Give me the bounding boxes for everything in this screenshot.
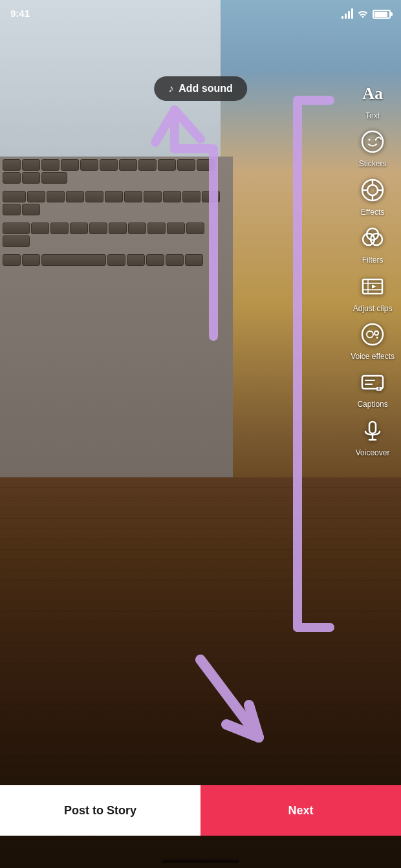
add-sound-button[interactable]: ♪ Add sound bbox=[154, 76, 247, 101]
text-tool[interactable]: Aa Text bbox=[356, 78, 389, 120]
svg-point-1 bbox=[369, 139, 371, 141]
stickers-tool[interactable]: Stickers bbox=[356, 125, 389, 168]
svg-point-20 bbox=[376, 336, 378, 338]
adjust-clips-icon bbox=[356, 270, 389, 303]
voice-effects-icon bbox=[356, 318, 389, 351]
wifi-icon bbox=[357, 9, 369, 20]
voiceover-tool-label: Voiceover bbox=[356, 448, 390, 457]
status-bar: 9:41 bbox=[0, 0, 401, 28]
effects-icon bbox=[356, 174, 389, 206]
add-sound-label: Add sound bbox=[179, 83, 233, 94]
home-indicator bbox=[162, 860, 239, 863]
svg-rect-24 bbox=[376, 387, 382, 391]
voice-effects-tool-label: Voice effects bbox=[351, 352, 395, 361]
text-tool-label: Text bbox=[365, 111, 380, 120]
status-time: 9:41 bbox=[10, 8, 30, 19]
post-to-story-label: Post to Story bbox=[64, 804, 136, 818]
voiceover-icon bbox=[356, 415, 389, 447]
filters-tool-label: Filters bbox=[362, 255, 384, 265]
adjust-clips-tool-label: Adjust clips bbox=[353, 304, 393, 313]
filters-tool[interactable]: Filters bbox=[356, 222, 389, 265]
battery-icon bbox=[373, 10, 391, 19]
svg-point-19 bbox=[374, 331, 378, 335]
next-label: Next bbox=[288, 804, 313, 818]
effects-tool[interactable]: Effects bbox=[356, 174, 389, 217]
signal-icon bbox=[341, 10, 353, 19]
captions-tool-label: Captions bbox=[357, 400, 387, 409]
screen: 9:41 ♪ Add sound bbox=[0, 0, 401, 868]
text-icon: Aa bbox=[356, 78, 389, 110]
effects-tool-label: Effects bbox=[361, 208, 384, 217]
adjust-clips-tool[interactable]: Adjust clips bbox=[353, 270, 393, 313]
stickers-tool-label: Stickers bbox=[359, 159, 387, 168]
svg-rect-27 bbox=[369, 422, 376, 433]
status-icons bbox=[341, 9, 391, 20]
svg-marker-16 bbox=[372, 285, 376, 288]
filters-icon bbox=[356, 222, 389, 254]
svg-point-4 bbox=[367, 185, 378, 195]
right-tools-panel: Aa Text Stickers bbox=[351, 78, 395, 462]
captions-icon bbox=[356, 366, 389, 398]
bottom-buttons: Post to Story Next bbox=[0, 785, 401, 836]
keyboard-area bbox=[0, 157, 233, 521]
next-button[interactable]: Next bbox=[200, 785, 401, 836]
stickers-icon bbox=[356, 125, 389, 158]
post-to-story-button[interactable]: Post to Story bbox=[0, 785, 200, 836]
svg-point-0 bbox=[362, 131, 383, 152]
voiceover-tool[interactable]: Voiceover bbox=[356, 415, 390, 457]
svg-point-18 bbox=[367, 331, 373, 338]
voice-effects-tool[interactable]: Voice effects bbox=[351, 318, 395, 361]
captions-tool[interactable]: Captions bbox=[356, 366, 389, 409]
music-note-icon: ♪ bbox=[168, 83, 173, 94]
